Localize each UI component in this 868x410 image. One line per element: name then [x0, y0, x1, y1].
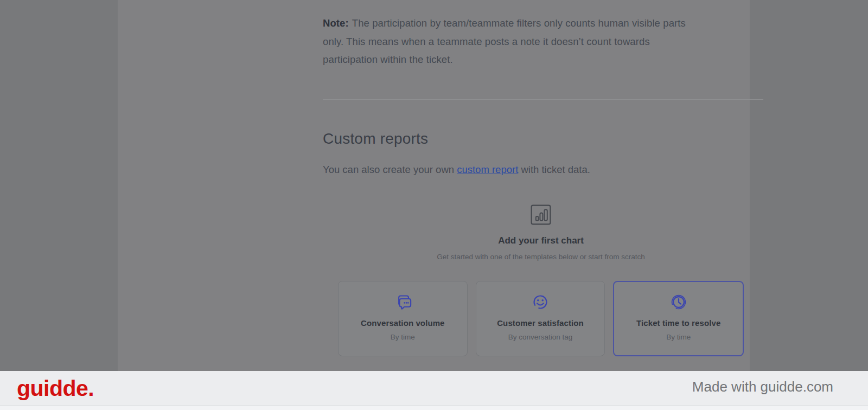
template-card-title: Customer satisfaction — [497, 318, 584, 328]
guidde-footer-bar: guidde. Made with guidde.com — [0, 371, 868, 410]
template-cards-row: Conversation volume By time Customer sat… — [338, 281, 744, 356]
note-line: participation within the ticket. — [323, 50, 763, 69]
template-card-subtitle: By time — [666, 333, 691, 341]
intro-paragraph: You can also create your own custom repo… — [323, 164, 763, 176]
dimmed-screenshot-stage: Note:The participation by team/teammate … — [0, 0, 868, 410]
clock-icon — [667, 290, 691, 314]
smiley-icon — [528, 290, 552, 314]
template-card-subtitle: By time — [391, 333, 415, 341]
guidde-logo: guidde. — [17, 376, 94, 401]
template-card-customer-satisfaction[interactable]: Customer satisfaction By conversation ta… — [476, 281, 605, 356]
custom-report-link[interactable]: custom report — [457, 164, 518, 175]
template-card-title: Ticket time to resolve — [636, 318, 720, 328]
template-card-title: Conversation volume — [361, 318, 444, 328]
section-heading: Custom reports — [323, 130, 428, 148]
note-line: only. This means when a teammate posts a… — [323, 33, 763, 51]
note-text: The participation by team/teammate filte… — [352, 17, 686, 29]
template-card-conversation-volume[interactable]: Conversation volume By time — [338, 281, 468, 356]
footer-bottom-strip — [0, 405, 868, 410]
intro-text-after: with ticket data. — [518, 164, 590, 175]
made-with-guidde-link[interactable]: Made with guidde.com — [692, 379, 833, 395]
section-divider — [323, 99, 763, 100]
bar-chart-icon — [530, 204, 552, 226]
template-card-subtitle: By conversation tag — [508, 333, 573, 341]
chat-bubbles-icon — [391, 290, 414, 314]
note-label: Note: — [323, 17, 349, 29]
intro-text-before: You can also create your own — [323, 164, 457, 175]
note-paragraph: Note:The participation by team/teammate … — [323, 14, 763, 69]
empty-state-subtitle: Get started with one of the templates be… — [338, 253, 744, 261]
article-content-area: Note:The participation by team/teammate … — [118, 0, 750, 371]
empty-state-title: Add your first chart — [338, 235, 744, 246]
note-line: Note:The participation by team/teammate … — [323, 14, 763, 33]
template-card-ticket-time-to-resolve[interactable]: Ticket time to resolve By time — [613, 281, 744, 356]
